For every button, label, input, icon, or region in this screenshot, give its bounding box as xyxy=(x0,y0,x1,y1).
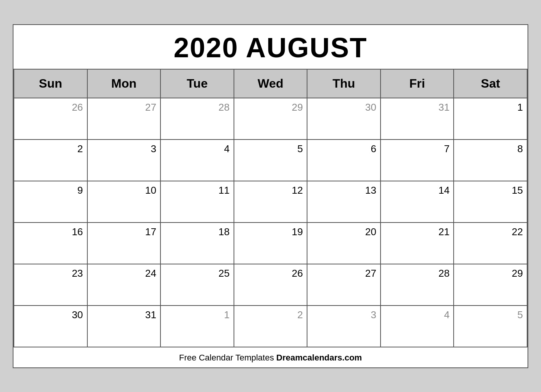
day-cell[interactable]: 28 xyxy=(380,264,454,306)
day-cell[interactable]: 22 xyxy=(453,223,527,264)
day-cell[interactable]: 2 xyxy=(234,306,307,347)
day-cell[interactable]: 26 xyxy=(13,98,87,140)
day-cell[interactable]: 15 xyxy=(453,181,527,223)
day-cell[interactable]: 3 xyxy=(307,306,380,347)
day-cell[interactable]: 23 xyxy=(13,264,87,306)
day-cell[interactable]: 30 xyxy=(307,98,380,140)
day-cell[interactable]: 24 xyxy=(87,264,160,306)
day-cell[interactable]: 2 xyxy=(13,140,87,181)
footer-bold-text: Dreamcalendars.com xyxy=(276,353,362,362)
day-cell[interactable]: 20 xyxy=(307,223,380,264)
day-cell[interactable]: 9 xyxy=(13,181,87,223)
day-cell[interactable]: 26 xyxy=(234,264,307,306)
day-cell[interactable]: 25 xyxy=(160,264,234,306)
day-cell[interactable]: 16 xyxy=(13,223,87,264)
day-cell[interactable]: 27 xyxy=(87,98,160,140)
day-cell[interactable]: 29 xyxy=(453,264,527,306)
day-header: Tue xyxy=(160,70,234,98)
calendar-footer: Free Calendar Templates Dreamcalendars.c… xyxy=(13,347,528,367)
day-cell[interactable]: 1 xyxy=(453,98,527,140)
day-cell[interactable]: 28 xyxy=(160,98,234,140)
day-cell[interactable]: 31 xyxy=(87,306,160,347)
day-cell[interactable]: 6 xyxy=(307,140,380,181)
day-cell[interactable]: 4 xyxy=(380,306,454,347)
day-cell[interactable]: 30 xyxy=(13,306,87,347)
day-cell[interactable]: 27 xyxy=(307,264,380,306)
day-cell[interactable]: 3 xyxy=(87,140,160,181)
day-cell[interactable]: 11 xyxy=(160,181,234,223)
day-cell[interactable]: 17 xyxy=(87,223,160,264)
day-header: Sun xyxy=(13,70,87,98)
day-header: Thu xyxy=(307,70,380,98)
day-cell[interactable]: 5 xyxy=(234,140,307,181)
day-cell[interactable]: 4 xyxy=(160,140,234,181)
calendar-container: 2020 AUGUST SunMonTueWedThuFriSat2627282… xyxy=(13,24,528,368)
day-cell[interactable]: 12 xyxy=(234,181,307,223)
day-cell[interactable]: 1 xyxy=(160,306,234,347)
calendar-title: 2020 AUGUST xyxy=(13,25,528,70)
day-cell[interactable]: 10 xyxy=(87,181,160,223)
day-header: Fri xyxy=(380,70,454,98)
day-cell[interactable]: 14 xyxy=(380,181,454,223)
day-header: Wed xyxy=(234,70,307,98)
day-cell[interactable]: 19 xyxy=(234,223,307,264)
footer-normal-text: Free Calendar Templates xyxy=(179,353,276,362)
day-cell[interactable]: 31 xyxy=(380,98,454,140)
calendar-grid: SunMonTueWedThuFriSat2627282930311234567… xyxy=(13,70,528,347)
day-header: Sat xyxy=(453,70,527,98)
day-cell[interactable]: 13 xyxy=(307,181,380,223)
day-cell[interactable]: 29 xyxy=(234,98,307,140)
day-cell[interactable]: 21 xyxy=(380,223,454,264)
day-cell[interactable]: 8 xyxy=(453,140,527,181)
day-header: Mon xyxy=(87,70,160,98)
day-cell[interactable]: 5 xyxy=(453,306,527,347)
day-cell[interactable]: 7 xyxy=(380,140,454,181)
day-cell[interactable]: 18 xyxy=(160,223,234,264)
